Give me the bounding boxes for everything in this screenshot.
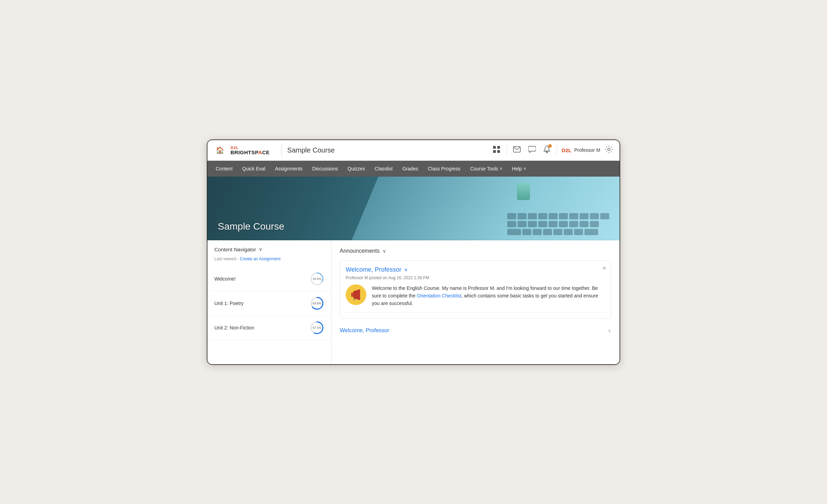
nav-course-tools[interactable]: Course Tools ∨ (465, 161, 507, 177)
sidebar-item-poetry-progress: 63.6% (310, 296, 324, 311)
grid-button[interactable] (491, 144, 502, 156)
nav-classlist[interactable]: Classlist (370, 161, 397, 177)
logo-dot: A (258, 149, 262, 155)
svg-rect-16 (354, 298, 355, 301)
hero-course-title: Sample Course (218, 221, 284, 232)
orientation-checklist-link[interactable]: Orientation Checklist (417, 293, 461, 298)
header-divider-3 (557, 145, 557, 155)
announcement-title-row: Welcome, Professor ∨ (346, 266, 605, 273)
announcement-title-caret-icon[interactable]: ∨ (404, 267, 408, 272)
sidebar-header: Content Navigator ∨ (207, 246, 331, 256)
announcements-header: Announcements ∨ (340, 248, 611, 254)
announcement-title-2[interactable]: Welcome, Professor (340, 327, 389, 334)
sidebar-item-nonfiction[interactable]: Unit 2: Non-Fiction 57.1% (207, 316, 331, 340)
user-area: D2L Professor M (562, 147, 600, 153)
announcements-caret-icon[interactable]: ∨ (382, 248, 386, 254)
announcement-card-1: Welcome, Professor ∨ × Professor M poste… (340, 260, 611, 318)
chat-button[interactable] (527, 144, 537, 156)
announcements-panel: Announcements ∨ Welcome, Professor ∨ × P… (331, 240, 620, 364)
nav-quick-eval[interactable]: Quick Eval (237, 161, 270, 177)
announcement-title-1[interactable]: Welcome, Professor (346, 266, 401, 273)
svg-rect-1 (497, 146, 500, 149)
sidebar-item-nonfiction-label: Unit 2: Non-Fiction (214, 325, 254, 330)
announcement-card-2-caret-icon[interactable]: ∨ (608, 328, 611, 333)
sidebar-item-nonfiction-progress: 57.1% (310, 321, 324, 335)
last-viewed-link[interactable]: Create an Assignment (240, 256, 280, 261)
svg-marker-14 (351, 293, 353, 297)
announcement-divider (346, 312, 605, 313)
hero-cup (517, 183, 530, 200)
settings-button[interactable] (605, 146, 613, 155)
sidebar-title: Content Navigator (214, 246, 256, 252)
logo-area: D2L BRIGHTSPACE (231, 146, 270, 155)
last-viewed-label: Last viewed - (214, 256, 240, 261)
help-caret: ∨ (523, 166, 526, 171)
announcement-megaphone-icon (346, 284, 366, 305)
user-name: Professor M (574, 147, 600, 153)
nonfiction-progress-text: 57.1% (313, 326, 321, 329)
mail-icon (513, 146, 521, 153)
announcement-body-text: Welcome to the English Course. My name i… (372, 284, 605, 307)
mail-button[interactable] (512, 145, 522, 156)
announcement-body-1: Welcome to the English Course. My name i… (346, 284, 605, 307)
last-viewed-section: Last viewed - Create an Assignment (207, 256, 331, 267)
svg-rect-3 (497, 150, 500, 153)
top-header: 🏠 D2L BRIGHTSPACE Sample Course (207, 140, 620, 161)
course-tools-caret: ∨ (500, 166, 502, 171)
notifications-button[interactable] (542, 144, 552, 156)
hero-banner: Sample Course (207, 177, 620, 240)
sidebar-item-welcome[interactable]: Welcome! 33.3% (207, 267, 331, 291)
sidebar-item-poetry[interactable]: Unit 1: Poetry 63.6% (207, 291, 331, 316)
announcement-card-2: Welcome, Professor ∨ (340, 323, 611, 334)
megaphone-svg (350, 288, 362, 301)
nav-help[interactable]: Help ∨ (507, 161, 531, 177)
chat-icon (528, 146, 536, 153)
notification-badge (548, 144, 552, 148)
announcements-title: Announcements (340, 248, 380, 254)
logo-d2l: D2L (231, 146, 270, 150)
sidebar-caret-icon[interactable]: ∨ (259, 246, 262, 252)
browser-window: 🏠 D2L BRIGHTSPACE Sample Course (207, 139, 620, 365)
main-content: Content Navigator ∨ Last viewed - Create… (207, 240, 620, 364)
nav-assignments[interactable]: Assignments (270, 161, 307, 177)
nav-quizzes[interactable]: Quizzes (343, 161, 370, 177)
nav-grades[interactable]: Grades (398, 161, 423, 177)
header-divider-2 (507, 145, 507, 155)
svg-point-7 (608, 148, 610, 150)
announcement-close-button[interactable]: × (602, 265, 606, 272)
sidebar: Content Navigator ∨ Last viewed - Create… (207, 240, 331, 364)
header-icons: D2L Professor M (491, 144, 613, 156)
svg-rect-2 (493, 150, 496, 153)
nav-class-progress[interactable]: Class Progress (423, 161, 465, 177)
sidebar-item-welcome-label: Welcome! (214, 276, 236, 282)
grid-icon (493, 146, 500, 153)
header-divider-1 (282, 144, 282, 156)
keyboard-decoration (507, 213, 609, 235)
nav-bar: Content Quick Eval Assignments Discussio… (207, 161, 620, 177)
sidebar-item-poetry-label: Unit 1: Poetry (214, 301, 244, 306)
home-button[interactable]: 🏠 (214, 145, 226, 156)
svg-rect-0 (493, 146, 496, 149)
welcome-progress-text: 33.3% (313, 277, 321, 281)
nav-content[interactable]: Content (211, 161, 237, 177)
gear-icon (605, 146, 613, 153)
nav-discussions[interactable]: Discussions (307, 161, 343, 177)
logo-brightspace: BRIGHTSPACE (231, 150, 270, 155)
svg-point-6 (546, 151, 548, 153)
sidebar-item-welcome-progress: 33.3% (310, 272, 324, 286)
poetry-progress-text: 63.6% (313, 302, 321, 305)
course-title-header: Sample Course (287, 146, 492, 154)
user-logo: D2L (562, 147, 571, 153)
announcement-meta-1: Professor M posted on Aug 16, 2022 1:39 … (346, 275, 605, 280)
